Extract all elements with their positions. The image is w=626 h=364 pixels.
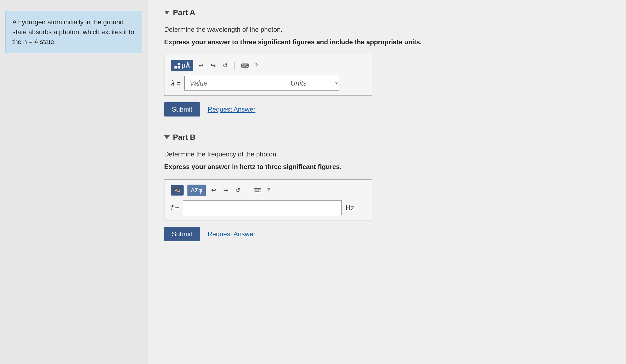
problem-text: A hydrogen atom initially in the ground … (12, 18, 134, 45)
part-b-formula-button[interactable]: √□ (171, 185, 184, 196)
part-a-toolbar-separator (234, 62, 234, 69)
part-a-help-icon: ? (254, 62, 258, 69)
part-a-grid-button[interactable]: μÅ (171, 60, 193, 71)
part-a-chevron-icon[interactable] (164, 11, 170, 14)
formula-icon: √□ (174, 187, 180, 193)
f-label: f = (171, 204, 179, 212)
part-b-redo-button[interactable]: ↪ (222, 186, 230, 195)
part-b-button-row: Submit Request Answer (164, 227, 610, 241)
part-b-toolbar-separator (247, 187, 247, 194)
part-a-answer-box: μÅ ↩ ↪ ↺ ⌨ ? λ = Units nm μm Å m (164, 55, 372, 96)
part-b-input-row: f = Hz (171, 200, 365, 215)
part-b-request-answer-link[interactable]: Request Answer (208, 230, 256, 238)
part-a-submit-button[interactable]: Submit (164, 102, 200, 117)
part-a-toolbar: μÅ ↩ ↪ ↺ ⌨ ? (171, 60, 365, 71)
part-b-question: Determine the frequency of the photon. (164, 149, 610, 159)
wavelength-units-select[interactable]: Units nm μm Å m (284, 76, 339, 91)
part-b-greek-button[interactable]: ΑΣφ (187, 185, 206, 196)
part-b-refresh-button[interactable]: ↺ (234, 186, 242, 195)
wavelength-value-input[interactable] (184, 76, 284, 91)
part-b-chevron-icon[interactable] (164, 135, 170, 139)
right-panel: Part A Determine the wavelength of the p… (148, 0, 626, 364)
part-b-instruction: Express your answer in hertz to three si… (164, 162, 610, 172)
left-panel: A hydrogen atom initially in the ground … (0, 0, 148, 364)
part-a-instruction: Express your answer to three significant… (164, 37, 610, 47)
part-a-question: Determine the wavelength of the photon. (164, 25, 610, 34)
part-a-undo-button[interactable]: ↩ (197, 61, 205, 70)
part-a-input-row: λ = Units nm μm Å m (171, 76, 365, 91)
part-a-keyboard-button[interactable]: ⌨ (239, 61, 251, 70)
lambda-label: λ = (171, 79, 181, 88)
mu-a-label: μÅ (182, 62, 190, 69)
part-b-keyboard-button[interactable]: ⌨ (252, 186, 263, 195)
part-b-undo-button[interactable]: ↩ (210, 186, 218, 195)
part-a-label: Part A (173, 8, 195, 17)
part-b-submit-button[interactable]: Submit (164, 227, 200, 241)
part-a-button-row: Submit Request Answer (164, 102, 610, 117)
part-b-help-icon: ? (267, 187, 270, 194)
part-a-refresh-button[interactable]: ↺ (221, 61, 229, 70)
grid-icon (174, 63, 180, 69)
part-a-header: Part A (164, 8, 610, 17)
part-b-section: Part B Determine the frequency of the ph… (164, 133, 610, 241)
part-b-header: Part B (164, 133, 610, 142)
hz-label: Hz (346, 204, 354, 212)
part-a-request-answer-link[interactable]: Request Answer (208, 106, 256, 113)
part-b-answer-box: √□ ΑΣφ ↩ ↪ ↺ ⌨ ? f = Hz (164, 179, 372, 220)
part-b-label: Part B (173, 133, 195, 142)
part-a-redo-button[interactable]: ↪ (209, 61, 217, 70)
problem-statement: A hydrogen atom initially in the ground … (5, 11, 142, 53)
part-a-section: Part A Determine the wavelength of the p… (164, 8, 610, 117)
part-b-toolbar: √□ ΑΣφ ↩ ↪ ↺ ⌨ ? (171, 185, 365, 196)
frequency-value-input[interactable] (183, 200, 342, 215)
